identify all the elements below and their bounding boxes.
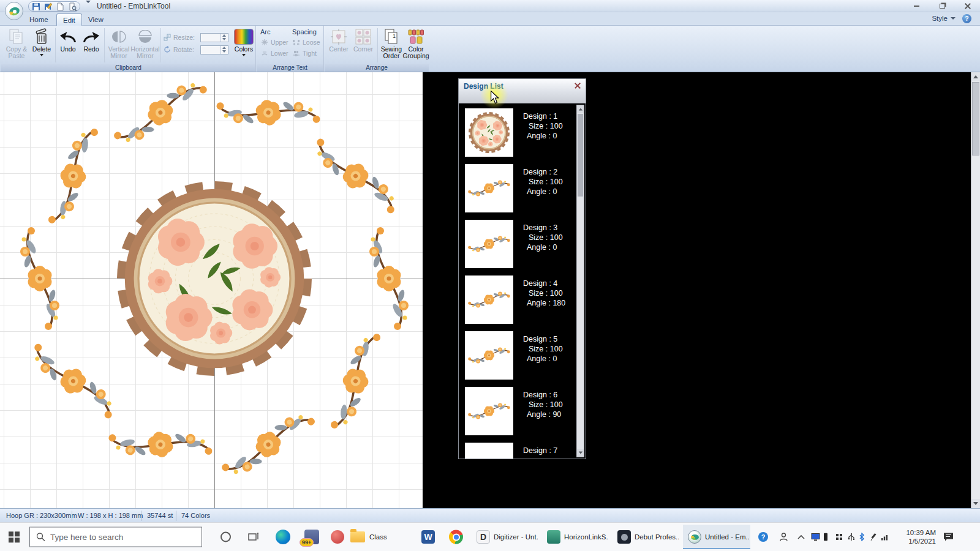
search-box[interactable] — [29, 527, 202, 547]
rotate-input[interactable] — [200, 45, 228, 54]
design-list-item[interactable]: Design : 1 Size : 100 Angle : 0 — [465, 108, 586, 157]
design-thumbnail[interactable] — [465, 331, 513, 380]
canvas-vertical-scrollbar[interactable] — [971, 72, 980, 508]
chrome-icon[interactable] — [449, 530, 463, 544]
status-colors: 74 Colors — [181, 512, 210, 519]
style-dropdown[interactable]: Style — [932, 15, 956, 22]
sewing-order-button[interactable]: 1 Sewing Order — [380, 28, 403, 59]
chevron-down-icon — [951, 17, 956, 20]
design-list-item[interactable]: Design : 6 Size : 100 Angle : 90 — [465, 387, 586, 435]
apps-grid-icon[interactable] — [835, 533, 843, 541]
design-thumbnail[interactable] — [465, 220, 513, 268]
chevron-up-icon[interactable] — [797, 534, 805, 539]
taskbar-window-debut[interactable]: Debut Profes... — [612, 525, 680, 549]
delete-dropdown-icon[interactable] — [40, 54, 43, 56]
colors-dropdown-icon[interactable] — [242, 54, 246, 56]
phone-tray-icon[interactable] — [823, 533, 828, 541]
undo-button[interactable]: Undo — [58, 28, 78, 53]
notification-badge-app[interactable]: 99+ — [304, 530, 319, 544]
search-input[interactable] — [50, 533, 185, 542]
scroll-down-button[interactable] — [971, 499, 980, 508]
scrollbar-thumb[interactable] — [578, 114, 583, 197]
design-list-scrollbar[interactable] — [576, 105, 584, 457]
pen-icon[interactable] — [870, 533, 878, 541]
design-list-header[interactable]: Design List — [459, 79, 586, 103]
save-icon[interactable] — [31, 2, 40, 11]
edge-icon[interactable] — [276, 530, 290, 544]
design-label: Design : 3 — [523, 223, 563, 233]
design-list-item[interactable]: Design : 7 — [465, 443, 586, 459]
people-icon[interactable] — [779, 533, 788, 542]
close-button[interactable] — [959, 1, 976, 11]
design-size: Size : 100 — [523, 400, 563, 410]
scroll-up-button[interactable] — [577, 105, 584, 113]
design-angle: Angle : 0 — [523, 131, 563, 141]
redo-button[interactable]: Redo — [81, 28, 102, 53]
undo-icon — [59, 28, 77, 46]
design-angle: Angle : 180 — [523, 298, 565, 308]
arc-upper-button: Upper — [260, 38, 290, 46]
tab-home[interactable]: Home — [23, 13, 55, 26]
scroll-down-button[interactable] — [577, 449, 584, 457]
design-thumbnail[interactable] — [465, 276, 513, 324]
maximize-button[interactable] — [933, 1, 951, 11]
new-document-icon[interactable] — [56, 2, 65, 11]
colors-button[interactable]: Colors — [233, 28, 255, 56]
embroidery-design[interactable] — [0, 72, 423, 508]
task-view-button[interactable] — [248, 532, 259, 542]
digitizer-icon: D — [477, 530, 490, 544]
copy-paste-icon — [9, 28, 24, 46]
network-icon[interactable] — [881, 533, 889, 541]
red-app-icon[interactable] — [331, 530, 344, 544]
arc-lower-icon — [260, 49, 268, 57]
bluetooth-icon[interactable] — [859, 533, 865, 541]
save-as-icon[interactable] — [43, 2, 53, 11]
resize-icon — [163, 34, 171, 42]
design-thumbnail[interactable] — [465, 387, 513, 435]
tab-view[interactable]: View — [82, 13, 110, 26]
clock-time: 10:39 AM — [906, 528, 936, 537]
spacing-loose-icon — [292, 38, 300, 46]
delete-button[interactable]: Delete — [31, 28, 53, 56]
design-list-item[interactable]: Design : 3 Size : 100 Angle : 0 — [465, 220, 586, 268]
design-thumbnail[interactable] — [465, 164, 513, 212]
taskbar-window-emblinktool[interactable]: Untitled - Em... — [683, 525, 750, 549]
usb-icon[interactable] — [848, 533, 855, 541]
clipboard-group: Copy & Paste Delete Undo Redo — [1, 26, 256, 72]
taskbar-clock[interactable]: 10:39 AM 1/5/2021 — [906, 528, 936, 545]
design-thumbnail[interactable] — [465, 108, 513, 157]
tab-edit[interactable]: Edit — [56, 13, 82, 26]
resize-input[interactable] — [200, 33, 228, 42]
design-label: Design : 4 — [523, 279, 565, 288]
design-list-item[interactable]: Design : 2 Size : 100 Angle : 0 — [465, 164, 586, 212]
scrollbar-thumb[interactable] — [972, 82, 979, 156]
cortana-button[interactable] — [221, 532, 231, 542]
design-canvas[interactable] — [0, 72, 423, 508]
color-grouping-button[interactable]: Color Grouping — [403, 28, 429, 59]
action-center-button[interactable] — [943, 533, 954, 542]
qat-dropdown-icon[interactable] — [86, 3, 92, 9]
design-size: Size : 100 — [523, 121, 563, 131]
design-list-item[interactable]: Design : 4 Size : 100 Angle : 180 — [465, 276, 586, 324]
design-thumbnail[interactable] — [465, 443, 513, 459]
print-preview-icon[interactable] — [68, 2, 77, 11]
display-tray-icon[interactable] — [811, 533, 820, 541]
spacing-tight-button: Tight — [292, 49, 322, 57]
help-icon[interactable]: ? — [962, 14, 971, 23]
design-angle: Angle : 0 — [523, 242, 563, 252]
app-logo-icon[interactable] — [5, 2, 23, 20]
word-icon[interactable]: W — [421, 530, 435, 544]
tray-help-icon[interactable]: ? — [758, 532, 768, 542]
workspace: Design List Design : 1 Size : 100 Angle … — [0, 72, 980, 508]
taskbar-window-horizonlink[interactable]: HorizonLinkS... — [542, 525, 609, 549]
start-button[interactable] — [9, 531, 20, 542]
minimize-button[interactable] — [908, 1, 925, 11]
clock-date: 1/5/2021 — [906, 537, 936, 545]
class-folder-button[interactable]: Class — [350, 531, 387, 542]
taskbar-window-digitizer[interactable]: D Digitizer - Unt... — [472, 525, 539, 549]
quick-access-toolbar — [28, 1, 80, 12]
rotate-icon — [163, 46, 171, 54]
design-list-item[interactable]: Design : 5 Size : 100 Angle : 0 — [465, 331, 586, 380]
scroll-up-button[interactable] — [971, 72, 980, 81]
design-list-close-button[interactable] — [573, 81, 582, 90]
